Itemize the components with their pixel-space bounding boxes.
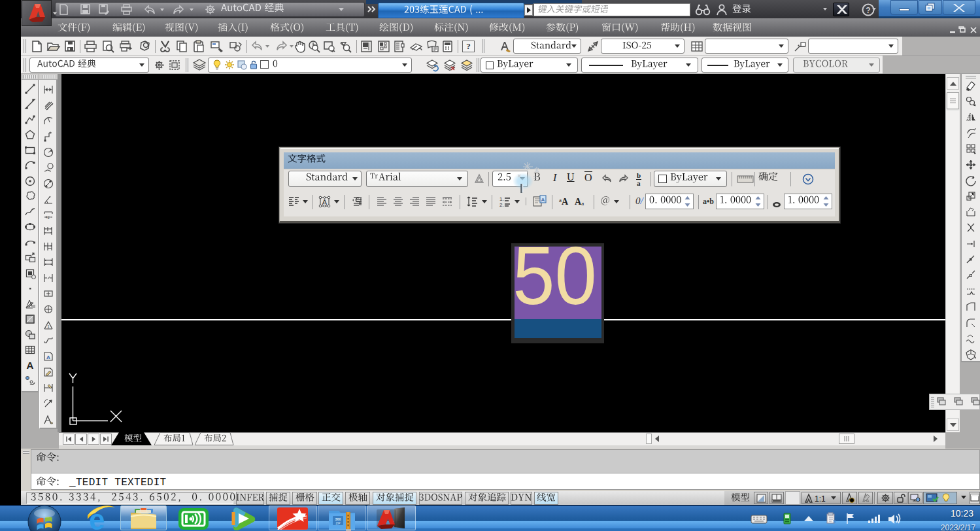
svg-text:?: ? bbox=[866, 6, 870, 15]
svg-text:360: 360 bbox=[335, 517, 341, 521]
svg-text:A: A bbox=[27, 360, 34, 371]
svg-text:A: A bbox=[322, 198, 328, 206]
svg-text:I: I bbox=[552, 172, 557, 183]
svg-text:1: 1 bbox=[47, 216, 50, 220]
svg-text:2.: 2. bbox=[499, 202, 504, 208]
svg-text:1:1: 1:1 bbox=[815, 494, 826, 504]
svg-text:A: A bbox=[46, 354, 50, 360]
svg-text:ZIP: ZIP bbox=[335, 522, 340, 525]
svg-text:1.: 1. bbox=[499, 196, 504, 202]
svg-text:1: 1 bbox=[47, 324, 50, 329]
